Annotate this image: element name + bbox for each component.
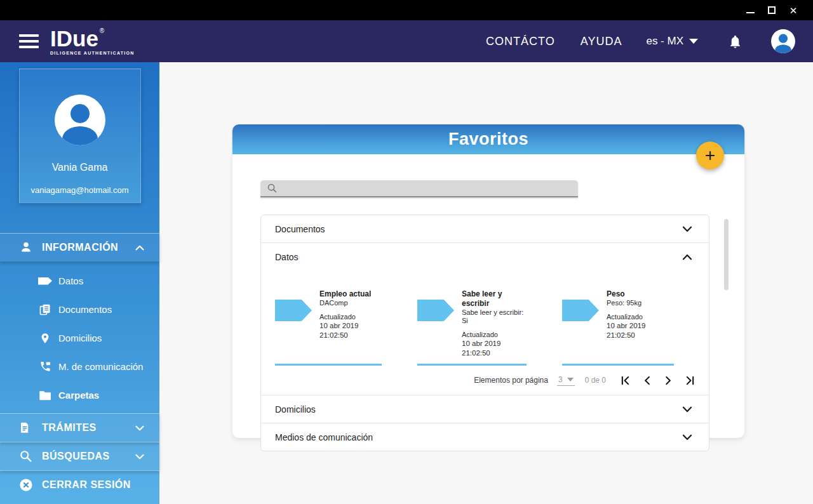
app-logo: IDue ® DILIGENCE AUTHENTICATION	[50, 27, 135, 55]
sidebar-item-carpetas[interactable]: Carpetas	[0, 381, 159, 409]
bell-icon	[729, 34, 742, 49]
profile-name: Vania Gama	[52, 162, 108, 173]
window-titlebar: ✕	[0, 0, 813, 20]
search-icon	[267, 183, 278, 194]
phone-icon	[38, 360, 52, 374]
section-label: CERRAR SESIÓN	[42, 479, 131, 491]
sidebar-section-busquedas[interactable]: BÚSQUEDAS	[0, 442, 159, 470]
chevron-up-icon	[135, 245, 144, 251]
locale-label: es - MX	[646, 35, 683, 48]
tag-icon	[38, 274, 52, 288]
next-page-button[interactable]	[661, 373, 676, 388]
window-minimize-button[interactable]	[739, 0, 761, 20]
section-label: INFORMACIÓN	[42, 242, 118, 253]
accordion-row-domicilios[interactable]: Domicilios	[261, 395, 709, 423]
search-field	[260, 180, 578, 197]
scrollbar-thumb[interactable]	[724, 219, 729, 290]
contact-link[interactable]: CONTÁCTO	[486, 35, 555, 48]
window-maximize-button[interactable]	[761, 0, 783, 20]
sidebar-item-datos[interactable]: Datos	[0, 267, 159, 295]
sidebar-section-tramites[interactable]: TRÁMITES	[0, 413, 159, 442]
search-input[interactable]	[283, 180, 578, 196]
previous-page-button[interactable]	[639, 373, 654, 388]
items-per-page-select[interactable]: 3	[557, 375, 575, 386]
profile-card: Vania Gama vaniagamag@hotmail.com	[19, 69, 141, 203]
maximize-icon	[768, 6, 776, 14]
sidebar: Vania Gama vaniagamag@hotmail.com INFORM…	[0, 62, 159, 504]
avatar-icon	[771, 29, 795, 53]
page-range-label: 0 de 0	[585, 376, 606, 385]
registered-mark: ®	[100, 28, 104, 34]
chevron-left-icon	[643, 376, 651, 385]
tag-icon	[562, 300, 599, 321]
sidebar-section-informacion[interactable]: INFORMACIÓN	[0, 233, 159, 262]
section-label: BÚSQUEDAS	[42, 451, 110, 462]
notifications-button[interactable]	[729, 34, 742, 49]
sidebar-item-documentos[interactable]: Documentos	[0, 295, 159, 324]
last-page-icon	[685, 376, 695, 385]
person-icon	[19, 241, 33, 255]
chevron-up-icon	[682, 254, 692, 260]
location-pin-icon	[38, 331, 52, 345]
logo-subtitle: DILIGENCE AUTHENTICATION	[50, 51, 135, 55]
logout-button[interactable]: CERRAR SESIÓN	[0, 470, 159, 498]
caret-down-icon	[689, 39, 698, 44]
favorites-body: Documentos Datos	[232, 154, 744, 438]
hamburger-menu-icon[interactable]	[19, 34, 39, 48]
locale-selector[interactable]: es - MX	[646, 35, 698, 48]
datos-panel: Empleo actual DAComp Actualizado 10 abr …	[261, 270, 709, 395]
chevron-down-icon	[682, 406, 692, 413]
favorites-accordion: Documentos Datos	[260, 215, 709, 451]
chevron-down-icon	[682, 226, 692, 232]
favorite-data-card[interactable]: Sabe leer y escribir Sabe leer y escribi…	[417, 289, 527, 366]
close-icon: ✕	[789, 6, 798, 15]
caret-down-icon	[567, 378, 574, 381]
window-close-button[interactable]: ✕	[783, 0, 804, 20]
accordion-row-datos[interactable]: Datos	[261, 243, 709, 270]
favorites-header: Favoritos +	[232, 124, 744, 154]
minimize-icon	[746, 12, 755, 13]
profile-avatar	[55, 95, 105, 145]
chevron-right-icon	[664, 376, 673, 385]
sidebar-menu: Datos Documentos Domicilios M. de comuni…	[0, 262, 159, 413]
section-label: TRÁMITES	[42, 422, 97, 434]
last-page-button[interactable]	[682, 373, 697, 388]
documents-icon	[38, 303, 52, 317]
favorite-data-card[interactable]: Peso Peso: 95kg Actualizado 10 abr 2019 …	[562, 289, 674, 366]
chevron-down-icon	[135, 425, 144, 431]
page-title: Favoritos	[448, 129, 528, 149]
user-avatar[interactable]	[771, 29, 795, 53]
add-favorite-button[interactable]: +	[696, 142, 724, 169]
favorite-data-card[interactable]: Empleo actual DAComp Actualizado 10 abr …	[275, 289, 382, 366]
chevron-down-icon	[682, 434, 692, 441]
first-page-button[interactable]	[617, 373, 633, 388]
logout-icon	[19, 478, 33, 492]
app-header: IDue ® DILIGENCE AUTHENTICATION CONTÁCTO…	[0, 20, 813, 62]
paginator: Elementos por página 3 0 de 0	[275, 366, 709, 395]
chevron-down-icon	[135, 454, 144, 460]
accordion-row-medios-comunicacion[interactable]: Medios de comunicación	[261, 423, 709, 451]
document-icon	[19, 421, 33, 435]
logo-title: IDue	[50, 27, 98, 50]
items-per-page-label: Elementos por página	[474, 376, 548, 385]
folder-icon	[38, 388, 52, 402]
accordion-row-documentos[interactable]: Documentos	[261, 215, 709, 242]
tag-icon	[275, 300, 312, 321]
sidebar-item-medios-comunicacion[interactable]: M. de comunicación	[0, 352, 159, 381]
help-link[interactable]: AYUDA	[581, 35, 622, 48]
main-content: Favoritos + Documentos	[159, 62, 813, 504]
favorites-card: Favoritos + Documentos	[232, 124, 744, 438]
tag-icon	[417, 300, 454, 321]
sidebar-item-domicilios[interactable]: Domicilios	[0, 324, 159, 352]
profile-email: vaniagamag@hotmail.com	[30, 185, 128, 195]
first-page-icon	[621, 376, 630, 385]
search-icon	[19, 449, 33, 463]
